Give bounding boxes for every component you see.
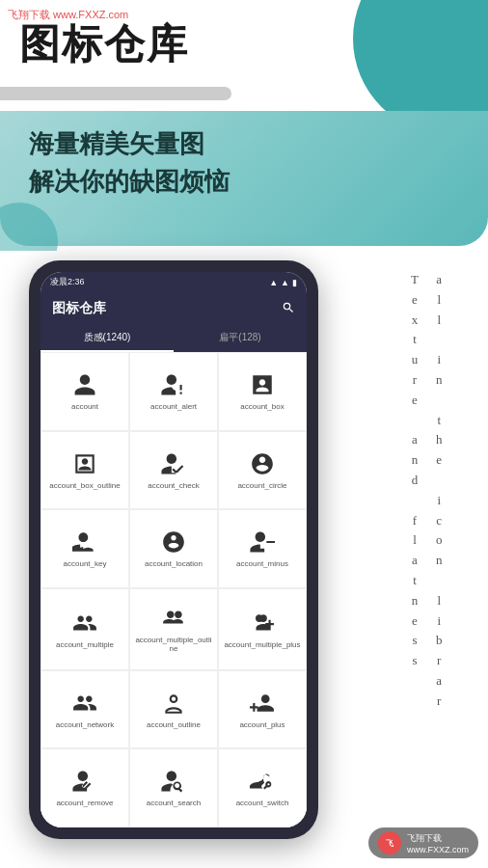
status-icons: ▲ ▲ ▮ — [269, 278, 297, 287]
account-multiple-label: account_multiple — [56, 640, 114, 650]
account-multiple-plus-icon — [249, 610, 276, 637]
header-search-icon[interactable] — [282, 301, 295, 317]
account-multiple-plus-label: account_multiple_plus — [224, 640, 300, 650]
account-remove-icon — [71, 768, 98, 795]
icon-grid: account account_alert account_box — [41, 352, 307, 827]
tab-texture[interactable]: 质感(1240) — [41, 325, 174, 352]
list-item[interactable]: account — [41, 352, 129, 431]
list-item[interactable]: account_network — [41, 670, 129, 749]
account-alert-icon — [160, 371, 187, 398]
account-search-icon — [160, 768, 187, 795]
vertical-text-area: T e x t u r e a n d f l a t n e s s a l … — [411, 270, 478, 712]
account-circle-icon — [249, 450, 276, 477]
account-box-outline-icon — [71, 450, 98, 477]
account-search-label: account_search — [147, 799, 201, 808]
status-bar: 凌晨2:36 ▲ ▲ ▮ — [41, 272, 307, 292]
list-item[interactable]: account_multiple — [41, 588, 129, 670]
watermark-logo: 飞 — [378, 831, 401, 854]
account-minus-label: account_minus — [236, 559, 288, 569]
account-remove-label: account_remove — [56, 799, 113, 808]
account-box-icon — [249, 371, 276, 398]
battery-icon: ▮ — [292, 278, 297, 287]
account-alert-label: account_alert — [150, 402, 197, 412]
list-item[interactable]: account_plus — [218, 670, 307, 749]
phone-screen: 凌晨2:36 ▲ ▲ ▮ 图标仓库 质感(1240) — [41, 272, 307, 827]
list-item[interactable]: account_alert — [129, 352, 218, 431]
account-multiple-icon — [71, 610, 98, 637]
deco-gray-bar — [0, 87, 231, 100]
tab-flat[interactable]: 扁平(128) — [174, 325, 307, 352]
tab-bar: 质感(1240) 扁平(128) — [41, 325, 307, 352]
account-label: account — [71, 402, 98, 412]
list-item[interactable]: account_multiple_outline — [129, 588, 218, 670]
status-time: 凌晨2:36 — [50, 276, 85, 288]
top-section: 图标仓库 海量精美矢量图 解决你的缺图烦恼 — [0, 0, 488, 251]
list-item[interactable]: account_multiple_plus — [218, 588, 307, 670]
vertical-text-col1: T e x t u r e a n d f l a t n e s s — [411, 270, 419, 712]
watermark-text: 飞翔下载 www.FXXZ.com — [407, 832, 469, 854]
account-switch-label: account_switch — [236, 799, 289, 808]
list-item[interactable]: account_minus — [218, 509, 307, 588]
signal-icon: ▲ — [281, 278, 289, 287]
account-multiple-outline-icon — [160, 605, 187, 632]
app-header: 图标仓库 — [41, 292, 307, 325]
account-location-icon — [160, 529, 187, 556]
account-outline-label: account_outline — [147, 720, 201, 730]
account-multiple-outline-label: account_multiple_outline — [134, 636, 213, 654]
subtitle-line1: 海量精美矢量图 — [29, 125, 230, 163]
account-icon — [71, 371, 98, 398]
bottom-watermark: 飞 飞翔下载 www.FXXZ.com — [368, 827, 478, 858]
account-location-label: account_location — [145, 559, 203, 569]
vertical-text-col2: a l l i n t h e i c o n l i b r a r — [436, 270, 443, 712]
phone-mockup: 凌晨2:36 ▲ ▲ ▮ 图标仓库 质感(1240) — [29, 260, 318, 839]
account-switch-icon — [249, 768, 276, 795]
account-network-label: account_network — [56, 720, 114, 730]
wifi-icon: ▲ — [269, 278, 278, 287]
account-network-icon — [71, 690, 98, 717]
account-circle-label: account_circle — [237, 481, 286, 491]
account-key-label: account_key — [64, 559, 107, 569]
subtitle-text: 海量精美矢量图 解决你的缺图烦恼 — [29, 125, 230, 201]
list-item[interactable]: account_location — [129, 509, 218, 588]
list-item[interactable]: account_key — [41, 509, 129, 588]
list-item[interactable]: account_box — [218, 352, 307, 431]
list-item[interactable]: account_switch — [218, 748, 307, 827]
watermark-line1: 飞翔下载 — [407, 832, 469, 845]
app-header-title: 图标仓库 — [52, 300, 106, 317]
list-item[interactable]: account_box_outline — [41, 431, 129, 510]
list-item[interactable]: account_circle — [218, 431, 307, 510]
account-box-outline-label: account_box_outline — [49, 481, 120, 491]
account-box-label: account_box — [240, 402, 284, 412]
account-key-icon — [71, 529, 98, 556]
account-outline-icon — [160, 690, 187, 717]
account-check-label: account_check — [148, 481, 199, 491]
watermark-line2: www.FXXZ.com — [407, 845, 469, 854]
account-plus-icon — [249, 690, 276, 717]
list-item[interactable]: account_check — [129, 431, 218, 510]
app-main-title: 图标仓库 — [19, 17, 189, 71]
list-item[interactable]: account_remove — [41, 748, 129, 827]
account-minus-icon — [249, 529, 276, 556]
account-plus-label: account_plus — [239, 720, 285, 730]
top-watermark: 飞翔下载 www.FXXZ.com — [8, 8, 128, 22]
list-item[interactable]: account_search — [129, 748, 218, 827]
phone-frame: 凌晨2:36 ▲ ▲ ▮ 图标仓库 质感(1240) — [29, 260, 318, 839]
list-item[interactable]: account_outline — [129, 670, 218, 749]
account-check-icon — [160, 450, 187, 477]
subtitle-line2: 解决你的缺图烦恼 — [29, 163, 230, 201]
